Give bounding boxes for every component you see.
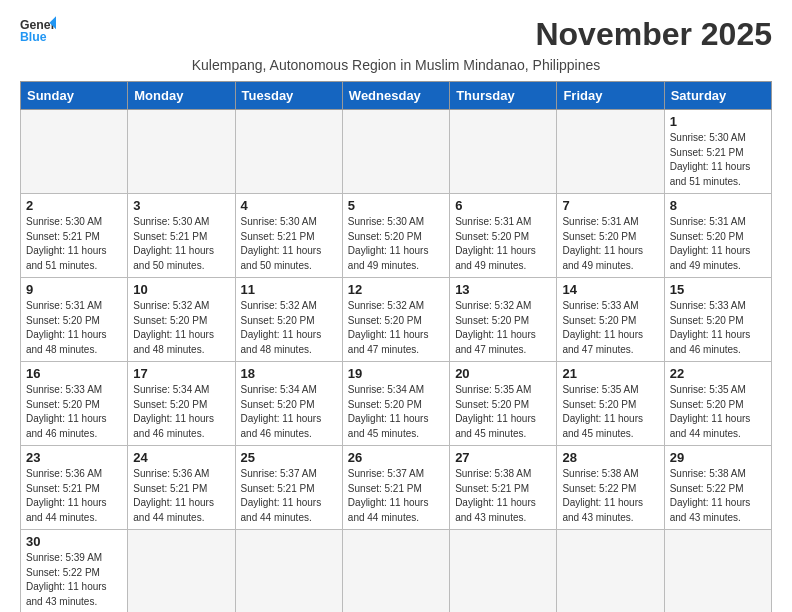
cell-content: Sunrise: 5:30 AM Sunset: 5:21 PM Dayligh…: [241, 215, 337, 273]
cell-content: Sunrise: 5:32 AM Sunset: 5:20 PM Dayligh…: [133, 299, 229, 357]
day-number: 10: [133, 282, 229, 297]
calendar-cell: 24Sunrise: 5:36 AM Sunset: 5:21 PM Dayli…: [128, 446, 235, 530]
calendar-cell: 9Sunrise: 5:31 AM Sunset: 5:20 PM Daylig…: [21, 278, 128, 362]
calendar-cell: 1Sunrise: 5:30 AM Sunset: 5:21 PM Daylig…: [664, 110, 771, 194]
day-number: 4: [241, 198, 337, 213]
calendar-cell: [450, 530, 557, 613]
calendar-week-6: 30Sunrise: 5:39 AM Sunset: 5:22 PM Dayli…: [21, 530, 772, 613]
calendar-cell: 2Sunrise: 5:30 AM Sunset: 5:21 PM Daylig…: [21, 194, 128, 278]
calendar-cell: 30Sunrise: 5:39 AM Sunset: 5:22 PM Dayli…: [21, 530, 128, 613]
cell-content: Sunrise: 5:33 AM Sunset: 5:20 PM Dayligh…: [26, 383, 122, 441]
cell-content: Sunrise: 5:33 AM Sunset: 5:20 PM Dayligh…: [670, 299, 766, 357]
cell-content: Sunrise: 5:32 AM Sunset: 5:20 PM Dayligh…: [455, 299, 551, 357]
cell-content: Sunrise: 5:38 AM Sunset: 5:21 PM Dayligh…: [455, 467, 551, 525]
cell-content: Sunrise: 5:30 AM Sunset: 5:21 PM Dayligh…: [670, 131, 766, 189]
calendar-cell: 13Sunrise: 5:32 AM Sunset: 5:20 PM Dayli…: [450, 278, 557, 362]
day-number: 11: [241, 282, 337, 297]
day-number: 24: [133, 450, 229, 465]
day-number: 20: [455, 366, 551, 381]
calendar-cell: 21Sunrise: 5:35 AM Sunset: 5:20 PM Dayli…: [557, 362, 664, 446]
weekday-header-tuesday: Tuesday: [235, 82, 342, 110]
calendar-cell: 27Sunrise: 5:38 AM Sunset: 5:21 PM Dayli…: [450, 446, 557, 530]
cell-content: Sunrise: 5:36 AM Sunset: 5:21 PM Dayligh…: [133, 467, 229, 525]
cell-content: Sunrise: 5:35 AM Sunset: 5:20 PM Dayligh…: [455, 383, 551, 441]
calendar-cell: [664, 530, 771, 613]
day-number: 6: [455, 198, 551, 213]
calendar-cell: 23Sunrise: 5:36 AM Sunset: 5:21 PM Dayli…: [21, 446, 128, 530]
logo-icon: General Blue: [20, 16, 56, 46]
day-number: 16: [26, 366, 122, 381]
day-number: 25: [241, 450, 337, 465]
calendar-cell: 15Sunrise: 5:33 AM Sunset: 5:20 PM Dayli…: [664, 278, 771, 362]
day-number: 28: [562, 450, 658, 465]
cell-content: Sunrise: 5:34 AM Sunset: 5:20 PM Dayligh…: [348, 383, 444, 441]
weekday-header-thursday: Thursday: [450, 82, 557, 110]
calendar-cell: 29Sunrise: 5:38 AM Sunset: 5:22 PM Dayli…: [664, 446, 771, 530]
calendar-cell: 4Sunrise: 5:30 AM Sunset: 5:21 PM Daylig…: [235, 194, 342, 278]
calendar-cell: [450, 110, 557, 194]
day-number: 5: [348, 198, 444, 213]
calendar-cell: 26Sunrise: 5:37 AM Sunset: 5:21 PM Dayli…: [342, 446, 449, 530]
calendar-cell: 19Sunrise: 5:34 AM Sunset: 5:20 PM Dayli…: [342, 362, 449, 446]
weekday-header-sunday: Sunday: [21, 82, 128, 110]
svg-text:Blue: Blue: [20, 30, 47, 44]
calendar-cell: 5Sunrise: 5:30 AM Sunset: 5:20 PM Daylig…: [342, 194, 449, 278]
calendar-cell: [235, 530, 342, 613]
day-number: 19: [348, 366, 444, 381]
cell-content: Sunrise: 5:34 AM Sunset: 5:20 PM Dayligh…: [241, 383, 337, 441]
day-number: 8: [670, 198, 766, 213]
weekday-header-monday: Monday: [128, 82, 235, 110]
day-number: 12: [348, 282, 444, 297]
cell-content: Sunrise: 5:30 AM Sunset: 5:21 PM Dayligh…: [133, 215, 229, 273]
calendar-cell: 8Sunrise: 5:31 AM Sunset: 5:20 PM Daylig…: [664, 194, 771, 278]
cell-content: Sunrise: 5:31 AM Sunset: 5:20 PM Dayligh…: [562, 215, 658, 273]
calendar-cell: [342, 110, 449, 194]
day-number: 23: [26, 450, 122, 465]
day-number: 18: [241, 366, 337, 381]
cell-content: Sunrise: 5:31 AM Sunset: 5:20 PM Dayligh…: [26, 299, 122, 357]
cell-content: Sunrise: 5:36 AM Sunset: 5:21 PM Dayligh…: [26, 467, 122, 525]
cell-content: Sunrise: 5:32 AM Sunset: 5:20 PM Dayligh…: [241, 299, 337, 357]
cell-content: Sunrise: 5:35 AM Sunset: 5:20 PM Dayligh…: [562, 383, 658, 441]
calendar-cell: 10Sunrise: 5:32 AM Sunset: 5:20 PM Dayli…: [128, 278, 235, 362]
subtitle: Kulempang, Autonomous Region in Muslim M…: [20, 57, 772, 73]
calendar-cell: 14Sunrise: 5:33 AM Sunset: 5:20 PM Dayli…: [557, 278, 664, 362]
day-number: 21: [562, 366, 658, 381]
calendar-cell: [557, 530, 664, 613]
cell-content: Sunrise: 5:35 AM Sunset: 5:20 PM Dayligh…: [670, 383, 766, 441]
calendar-cell: [235, 110, 342, 194]
cell-content: Sunrise: 5:31 AM Sunset: 5:20 PM Dayligh…: [670, 215, 766, 273]
day-number: 30: [26, 534, 122, 549]
cell-content: Sunrise: 5:37 AM Sunset: 5:21 PM Dayligh…: [348, 467, 444, 525]
page-header: General Blue November 2025: [20, 16, 772, 53]
calendar-cell: [21, 110, 128, 194]
cell-content: Sunrise: 5:30 AM Sunset: 5:20 PM Dayligh…: [348, 215, 444, 273]
calendar-week-5: 23Sunrise: 5:36 AM Sunset: 5:21 PM Dayli…: [21, 446, 772, 530]
cell-content: Sunrise: 5:38 AM Sunset: 5:22 PM Dayligh…: [562, 467, 658, 525]
calendar-cell: 20Sunrise: 5:35 AM Sunset: 5:20 PM Dayli…: [450, 362, 557, 446]
cell-content: Sunrise: 5:33 AM Sunset: 5:20 PM Dayligh…: [562, 299, 658, 357]
calendar-cell: 12Sunrise: 5:32 AM Sunset: 5:20 PM Dayli…: [342, 278, 449, 362]
calendar-cell: [128, 110, 235, 194]
calendar-cell: [128, 530, 235, 613]
day-number: 2: [26, 198, 122, 213]
cell-content: Sunrise: 5:31 AM Sunset: 5:20 PM Dayligh…: [455, 215, 551, 273]
calendar-cell: 11Sunrise: 5:32 AM Sunset: 5:20 PM Dayli…: [235, 278, 342, 362]
calendar-table: SundayMondayTuesdayWednesdayThursdayFrid…: [20, 81, 772, 612]
cell-content: Sunrise: 5:34 AM Sunset: 5:20 PM Dayligh…: [133, 383, 229, 441]
calendar-week-1: 1Sunrise: 5:30 AM Sunset: 5:21 PM Daylig…: [21, 110, 772, 194]
cell-content: Sunrise: 5:37 AM Sunset: 5:21 PM Dayligh…: [241, 467, 337, 525]
calendar-week-3: 9Sunrise: 5:31 AM Sunset: 5:20 PM Daylig…: [21, 278, 772, 362]
cell-content: Sunrise: 5:39 AM Sunset: 5:22 PM Dayligh…: [26, 551, 122, 609]
calendar-cell: 25Sunrise: 5:37 AM Sunset: 5:21 PM Dayli…: [235, 446, 342, 530]
calendar-cell: [342, 530, 449, 613]
weekday-header-friday: Friday: [557, 82, 664, 110]
calendar-cell: 3Sunrise: 5:30 AM Sunset: 5:21 PM Daylig…: [128, 194, 235, 278]
day-number: 1: [670, 114, 766, 129]
calendar-cell: 22Sunrise: 5:35 AM Sunset: 5:20 PM Dayli…: [664, 362, 771, 446]
day-number: 9: [26, 282, 122, 297]
day-number: 29: [670, 450, 766, 465]
day-number: 15: [670, 282, 766, 297]
calendar-week-2: 2Sunrise: 5:30 AM Sunset: 5:21 PM Daylig…: [21, 194, 772, 278]
day-number: 3: [133, 198, 229, 213]
